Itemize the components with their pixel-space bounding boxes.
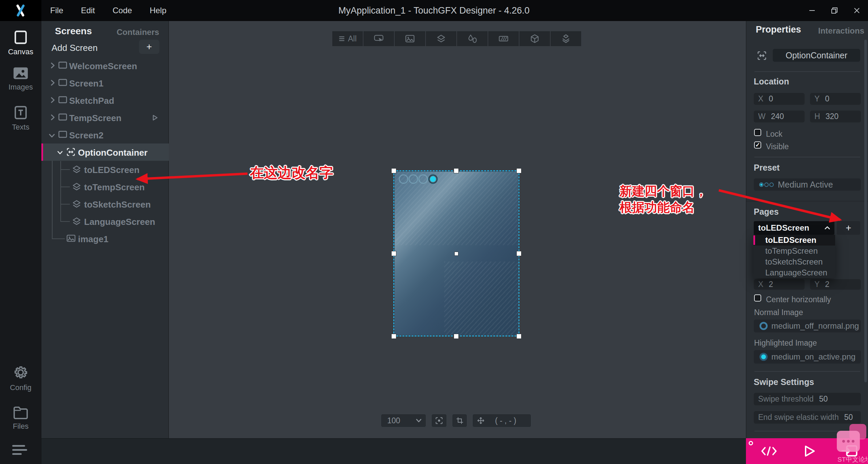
tree-item-sketchpad[interactable]: SketchPad [41, 92, 169, 109]
resize-handle-sw[interactable] [391, 334, 396, 339]
resize-handle-s[interactable] [454, 334, 459, 339]
widget-images-button[interactable] [395, 31, 425, 46]
visible-checkbox[interactable]: ✓ [754, 141, 761, 149]
widget-name-field[interactable]: OptionContainer [773, 49, 860, 62]
preset-dots-icon [759, 182, 774, 187]
pages-section-title: Pages [754, 207, 779, 217]
highlighted-image-label: Highlighted Image [754, 339, 817, 348]
move-handle-center[interactable] [454, 252, 458, 256]
chevron-right-icon[interactable] [49, 97, 56, 103]
tree-item-label: toSketchScreen [84, 199, 151, 210]
normal-image-button[interactable]: medium_off_normal.png [754, 320, 861, 332]
sidebar-item-images[interactable]: Images [0, 66, 41, 92]
x-field[interactable]: X0 [754, 93, 805, 105]
zoom-select[interactable]: 100 [381, 414, 426, 427]
pages-option-tosketchscreen[interactable]: toSketchScreen [753, 256, 835, 267]
chevron-right-icon[interactable] [49, 79, 56, 86]
page-layers-icon [72, 200, 81, 208]
tab-screens[interactable]: Screens [55, 26, 92, 37]
generate-code-button[interactable] [757, 442, 781, 460]
menu-help[interactable]: Help [141, 0, 175, 21]
tree-item-tosketchscreen[interactable]: toSketchScreen [41, 195, 169, 213]
tree-item-label: toLEDScreen [84, 165, 139, 175]
lock-checkbox[interactable] [754, 129, 761, 136]
chevron-down-icon[interactable] [57, 150, 63, 156]
chevron-right-icon[interactable] [49, 114, 56, 121]
crop-button[interactable] [452, 414, 467, 427]
tree-item-screen2[interactable]: Screen2 [41, 126, 169, 143]
restore-button[interactable] [823, 0, 846, 21]
lock-label: Lock [766, 130, 783, 139]
widget-shapes-button[interactable] [457, 31, 488, 46]
tab-properties[interactable]: Properties [756, 24, 801, 35]
image-circle [418, 174, 428, 184]
widget-3d-button[interactable] [519, 31, 550, 46]
widget-buttons-button[interactable] [363, 31, 394, 46]
resize-handle-se[interactable] [516, 334, 521, 339]
sidebar-item-texts[interactable]: Texts [0, 105, 41, 132]
tree-item-languagescreen[interactable]: LanguageScreen [41, 213, 169, 230]
highlighted-image-button[interactable]: medium_on_active.png [754, 350, 861, 364]
menu-edit[interactable]: Edit [72, 0, 104, 21]
sidebar-item-files[interactable]: Files [0, 406, 41, 431]
resize-handle-n[interactable] [454, 168, 459, 173]
y-field[interactable]: Y0 [810, 93, 861, 105]
widget-progress-button[interactable] [488, 31, 519, 46]
h-field[interactable]: H320 [810, 111, 861, 122]
fit-to-screen-button[interactable] [431, 414, 447, 427]
tree-item-label: Screen1 [69, 78, 103, 89]
run-simulator-button[interactable] [797, 442, 821, 460]
resize-handle-nw[interactable] [391, 168, 396, 173]
tab-containers[interactable]: Containers [117, 27, 159, 37]
tree-item-image1[interactable]: image1 [41, 230, 169, 247]
pages-option-toledscreen[interactable]: toLEDScreen [753, 235, 835, 246]
w-field[interactable]: W240 [754, 111, 805, 122]
add-screen-button[interactable]: + [139, 40, 159, 54]
menu-file[interactable]: File [41, 0, 72, 21]
page-y-field[interactable]: Y2 [810, 279, 861, 290]
tree-item-toledscreen[interactable]: toLEDScreen [41, 161, 169, 178]
resize-handle-e[interactable] [516, 251, 521, 256]
end-swipe-elastic-field[interactable]: End swipe elastic width50 [754, 411, 861, 424]
tree-item-totempscreen[interactable]: toTempScreen [41, 178, 169, 195]
add-page-button[interactable]: + [837, 221, 860, 235]
widget-misc-button[interactable] [551, 31, 581, 46]
preset-button[interactable]: Medium Active [754, 178, 861, 191]
pages-dropdown[interactable]: toLEDScreen [754, 221, 834, 235]
play-icon [802, 444, 816, 458]
resize-handle-ne[interactable] [516, 168, 521, 173]
texts-icon [14, 105, 27, 120]
button-widget-icon [374, 34, 384, 43]
gear-icon [13, 364, 29, 381]
bottom-menu-button[interactable] [12, 445, 30, 455]
pages-option-totempscreen[interactable]: toTempScreen [753, 246, 835, 256]
tree-item-label: LanguageScreen [84, 217, 155, 227]
tree-item-welcomescreen[interactable]: WelcomeScreen [41, 57, 169, 74]
resize-handle-w[interactable] [391, 251, 396, 256]
tab-interactions[interactable]: Interactions [818, 26, 864, 36]
tree-item-optioncontainer[interactable]: OptionContainer [41, 143, 169, 161]
sidebar-item-canvas[interactable]: Canvas [0, 30, 41, 56]
center-horizontally-label: Center horizontally [766, 295, 831, 304]
pages-dropdown-list: toLEDScreen toTempScreen toSketchScreen … [753, 235, 835, 278]
sidebar-item-config[interactable]: Config [0, 364, 41, 392]
image-texture [444, 262, 518, 335]
widget-filter-all-button[interactable]: All [332, 31, 363, 46]
panel-scrollbar[interactable] [864, 40, 867, 382]
swipe-settings-title: Swipe Settings [754, 377, 814, 387]
list-icon [338, 35, 345, 42]
tree-item-tempscreen[interactable]: TempScreen [41, 109, 169, 126]
chevron-down-icon[interactable] [48, 132, 55, 139]
menu-code[interactable]: Code [104, 0, 141, 21]
chevron-right-icon[interactable] [49, 62, 56, 69]
close-button[interactable] [846, 0, 868, 21]
swipe-threshold-field[interactable]: Swipe threshold50 [754, 393, 861, 405]
pages-option-languagescreen[interactable]: LanguageScreen [753, 267, 835, 278]
widget-containers-button[interactable] [426, 31, 456, 46]
image-widget-icon [405, 35, 415, 43]
minimize-button[interactable] [801, 0, 823, 21]
page-x-field[interactable]: X2 [754, 279, 805, 290]
tree-item-screen1[interactable]: Screen1 [41, 74, 169, 92]
canvas-area[interactable]: All [169, 21, 746, 438]
center-horizontally-checkbox[interactable] [754, 294, 761, 302]
